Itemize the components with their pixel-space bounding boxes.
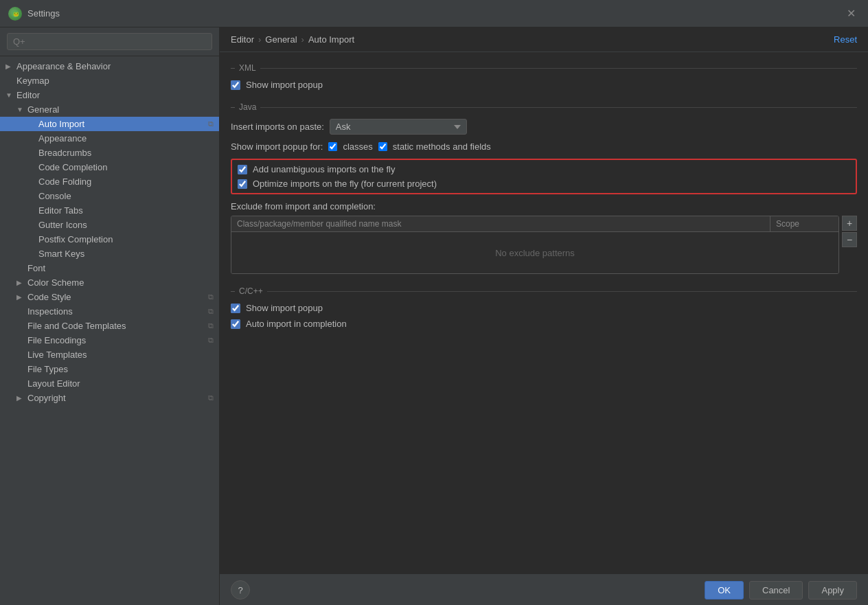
cpp-show-import-row: Show import popup	[231, 303, 857, 313]
sidebar-item-code-completion[interactable]: Code Completion	[0, 160, 219, 174]
cpp-auto-import-label[interactable]: Auto import in completion	[246, 319, 347, 329]
sidebar-item-label: File Encodings	[27, 335, 86, 345]
cpp-show-import-label[interactable]: Show import popup	[246, 303, 323, 313]
sidebar-item-postfix-completion[interactable]: Postfix Completion	[0, 232, 219, 247]
sidebar-item-general[interactable]: ▼ General	[0, 102, 219, 117]
sidebar-tree: ▶ Appearance & Behavior Keymap ▼ Editor …	[0, 56, 219, 605]
arrow-icon: ▶	[16, 279, 27, 286]
sidebar-item-file-encodings[interactable]: File Encodings ⧉	[0, 333, 219, 347]
sidebar-item-smart-keys[interactable]: Smart Keys	[0, 247, 219, 261]
content-header: Editor › General › Auto Import Reset	[220, 27, 868, 52]
sidebar-item-label: Gutter Icons	[38, 220, 87, 230]
arrow-icon: ▼	[5, 91, 16, 99]
breadcrumb-auto-import: Auto Import	[308, 34, 354, 45]
breadcrumb-sep: ›	[258, 34, 261, 45]
breadcrumb-general: General	[265, 34, 297, 45]
sidebar-item-label: Font	[27, 263, 45, 273]
title-bar: 🐸 Settings ✕	[0, 0, 868, 27]
optimize-imports-row: Optimize imports on the fly (for current…	[238, 179, 850, 189]
sidebar-item-code-style[interactable]: ▶ Code Style ⧉	[0, 290, 219, 304]
cpp-auto-import-row: Auto import in completion	[231, 319, 857, 329]
static-methods-checkbox[interactable]	[378, 142, 387, 151]
static-methods-label[interactable]: static methods and fields	[393, 141, 491, 152]
breadcrumb-sep2: ›	[301, 34, 304, 45]
col-scope: Scope	[770, 216, 838, 231]
sidebar-item-console[interactable]: Console	[0, 189, 219, 203]
close-button[interactable]: ✕	[843, 5, 860, 21]
xml-show-import-checkbox[interactable]	[231, 80, 240, 90]
main-content: ▶ Appearance & Behavior Keymap ▼ Editor …	[0, 27, 868, 605]
sidebar-item-label: Postfix Completion	[38, 234, 113, 244]
sidebar-item-color-scheme[interactable]: ▶ Color Scheme	[0, 275, 219, 290]
sidebar-item-label: Auto Import	[38, 119, 84, 129]
sidebar-item-appearance-behavior[interactable]: ▶ Appearance & Behavior	[0, 59, 219, 73]
cpp-section-label: C/C++	[231, 286, 857, 296]
remove-row-button[interactable]: −	[842, 232, 857, 247]
exclude-table-header: Class/package/member qualified name mask…	[231, 216, 838, 232]
sidebar-item-editor[interactable]: ▼ Editor	[0, 88, 219, 102]
app-icon: 🐸	[8, 7, 22, 21]
sidebar-item-inspections[interactable]: Inspections ⧉	[0, 304, 219, 319]
java-section: Java Insert imports on paste: Ask Always…	[231, 102, 857, 274]
exclude-table-body: No exclude patterns	[231, 232, 838, 273]
exclude-label: Exclude from import and completion:	[231, 201, 857, 212]
sidebar-item-label: Code Style	[27, 292, 71, 302]
insert-imports-label: Insert imports on paste:	[231, 122, 324, 132]
sidebar-item-label: Code Folding	[38, 176, 91, 187]
no-patterns-text: No exclude patterns	[495, 248, 575, 258]
cpp-section: C/C++ Show import popup Auto import in c…	[231, 286, 857, 329]
sidebar-item-live-templates[interactable]: Live Templates	[0, 347, 219, 362]
copy-icon: ⧉	[208, 393, 214, 402]
ok-button[interactable]: OK	[705, 581, 744, 600]
show-popup-for-row: Show import popup for: classes static me…	[231, 141, 857, 152]
sidebar-item-appearance[interactable]: Appearance	[0, 131, 219, 146]
sidebar-item-label: Breadcrumbs	[38, 148, 91, 158]
highlighted-options-box: Add unambiguous imports on the fly Optim…	[231, 159, 857, 194]
sidebar-item-label: Layout Editor	[27, 378, 80, 389]
help-button[interactable]: ?	[231, 580, 250, 600]
sidebar-item-layout-editor[interactable]: Layout Editor	[0, 376, 219, 391]
window-title: Settings	[27, 8, 843, 19]
sidebar-item-keymap[interactable]: Keymap	[0, 73, 219, 88]
sidebar-item-gutter-icons[interactable]: Gutter Icons	[0, 218, 219, 232]
classes-checkbox[interactable]	[328, 142, 337, 151]
copy-icon: ⧉	[208, 293, 214, 301]
xml-show-import-label[interactable]: Show import popup	[246, 80, 323, 90]
optimize-imports-label[interactable]: Optimize imports on the fly (for current…	[253, 179, 437, 189]
sidebar-item-breadcrumbs[interactable]: Breadcrumbs	[0, 146, 219, 160]
add-unambiguous-label[interactable]: Add unambiguous imports on the fly	[253, 164, 395, 174]
copy-icon: ⧉	[208, 119, 214, 128]
apply-button[interactable]: Apply	[808, 581, 857, 600]
insert-imports-select[interactable]: Ask Always Never	[330, 119, 467, 135]
search-input[interactable]	[7, 33, 212, 50]
sidebar-item-copyright[interactable]: ▶ Copyright ⧉	[0, 391, 219, 405]
classes-label[interactable]: classes	[343, 141, 372, 152]
search-box	[0, 27, 219, 56]
cancel-button[interactable]: Cancel	[749, 581, 803, 600]
add-unambiguous-checkbox[interactable]	[238, 165, 247, 174]
sidebar-item-auto-import[interactable]: Auto Import ⧉	[0, 117, 219, 131]
sidebar-item-editor-tabs[interactable]: Editor Tabs	[0, 203, 219, 218]
cpp-auto-import-checkbox[interactable]	[231, 319, 240, 329]
insert-imports-row: Insert imports on paste: Ask Always Neve…	[231, 119, 857, 135]
sidebar-item-file-types[interactable]: File Types	[0, 362, 219, 376]
table-with-actions: Class/package/member qualified name mask…	[231, 216, 857, 274]
copy-icon: ⧉	[208, 336, 214, 345]
add-row-button[interactable]: +	[842, 216, 857, 231]
sidebar-item-code-folding[interactable]: Code Folding	[0, 174, 219, 189]
exclude-section: Exclude from import and completion: Clas…	[231, 201, 857, 274]
optimize-imports-checkbox[interactable]	[238, 179, 247, 189]
content-body: XML Show import popup Java Insert import…	[220, 52, 868, 574]
sidebar-item-file-code-templates[interactable]: File and Code Templates ⧉	[0, 319, 219, 333]
reset-button[interactable]: Reset	[834, 34, 857, 45]
col-name: Class/package/member qualified name mask	[231, 216, 770, 231]
sidebar-item-font[interactable]: Font	[0, 261, 219, 275]
cpp-show-import-checkbox[interactable]	[231, 304, 240, 313]
copy-icon: ⧉	[208, 321, 214, 330]
sidebar-item-label: Inspections	[27, 306, 73, 317]
sidebar-item-label: Editor	[16, 90, 40, 100]
sidebar-item-label: File Types	[27, 364, 68, 374]
sidebar-item-label: Copyright	[27, 393, 66, 403]
copy-icon: ⧉	[208, 307, 214, 316]
svg-text:🐸: 🐸	[13, 11, 19, 17]
